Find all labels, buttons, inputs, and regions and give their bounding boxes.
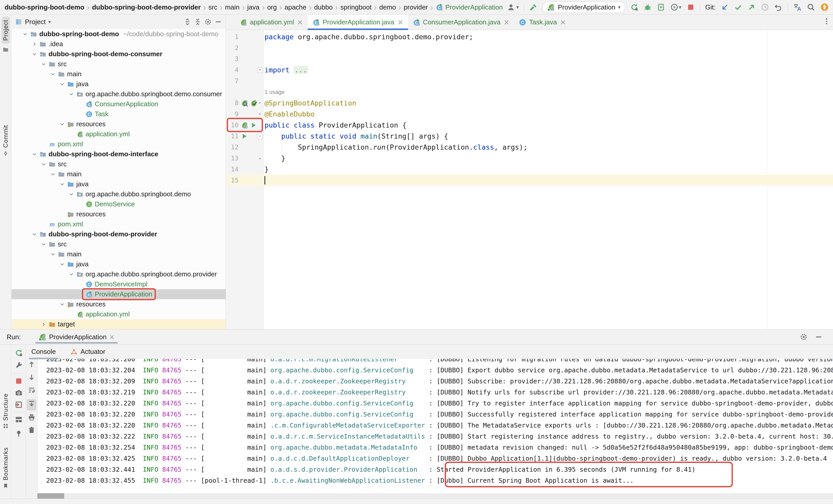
clear-console-button[interactable]	[28, 426, 35, 436]
breadcrumb-item[interactable]: dubbo	[314, 3, 333, 11]
line-number: 7	[226, 75, 239, 86]
close-icon[interactable]: ×	[503, 18, 509, 26]
breadcrumb-item[interactable]: dubbo-spring-boot-demo	[5, 3, 84, 11]
stripe-tab-project[interactable]: Project	[0, 17, 11, 53]
code-editor[interactable]: 1package org.apache.dubbo.springboot.dem…	[226, 30, 833, 329]
breadcrumb-item[interactable]: src	[209, 3, 217, 11]
layout-button[interactable]	[15, 415, 23, 426]
tree-item-task[interactable]: CTask	[11, 109, 226, 119]
stop-console-button[interactable]	[15, 377, 23, 387]
next-occurrence-button[interactable]	[28, 373, 35, 383]
breadcrumb-item[interactable]: dubbo-spring-boot-demo-provider	[92, 3, 200, 11]
tree-item-dubbo-spring-boot-demo-interface[interactable]: dubbo-spring-boot-demo-interface	[11, 149, 226, 159]
editor-tab-application-yml[interactable]: application.yml×	[235, 15, 308, 30]
chevron-down-icon	[41, 161, 47, 167]
tree-item--idea[interactable]: .idea	[11, 39, 226, 49]
tree-item-consumerapplication[interactable]: CConsumerApplication	[11, 99, 226, 109]
console-gutter-toolbar	[26, 345, 38, 504]
editor-tab-task-java[interactable]: CTask.java×	[514, 15, 571, 30]
scroll-to-end-button[interactable]	[27, 399, 37, 410]
tree-item-dubbo-spring-boot-demo-consumer[interactable]: dubbo-spring-boot-demo-consumer	[11, 49, 226, 59]
run-settings-button[interactable]	[15, 361, 23, 372]
tree-item-application-yml[interactable]: application.yml	[11, 309, 226, 319]
stripe-tab-structure[interactable]: Structure	[0, 394, 11, 429]
code-line[interactable]: }	[264, 164, 268, 175]
tree-item-src[interactable]: src	[11, 239, 226, 249]
tree-item-label: main	[67, 250, 81, 258]
history-icon	[761, 3, 769, 11]
fold-collapse-icon[interactable]: −	[257, 133, 263, 139]
code-line[interactable]: import ...	[264, 65, 308, 75]
tree-item-src[interactable]: src	[11, 59, 226, 69]
run-configuration-select[interactable]: ProviderApplication ▾	[543, 2, 625, 13]
code-line[interactable]: SpringApplication.run(ProviderApplicatio…	[264, 142, 527, 153]
tree-item-resources[interactable]: resources	[11, 299, 226, 309]
tree-item-main[interactable]: main	[11, 249, 226, 259]
tree-item-target[interactable]: target	[11, 319, 226, 329]
tree-item-src[interactable]: src	[11, 159, 226, 169]
close-icon[interactable]: ×	[109, 333, 115, 341]
code-line[interactable]: @SpringBootApplication	[264, 98, 356, 108]
close-icon[interactable]: ×	[397, 18, 403, 26]
tree-item-application-yml[interactable]: application.yml	[11, 129, 226, 139]
tree-item-providerapplication[interactable]: CProviderApplication	[11, 289, 226, 299]
console-tab-console[interactable]: Console	[30, 346, 57, 357]
tree-item-dubbo-spring-boot-demo[interactable]: dubbo-spring-boot-demo~/code/dubbo-sprin…	[11, 29, 226, 39]
close-icon[interactable]: ×	[560, 18, 566, 26]
console-hscrollbar[interactable]	[38, 493, 833, 499]
tree-item-org-apache-dubbo-springboot-demo[interactable]: org.apache.dubbo.springboot.demo	[11, 189, 226, 199]
tree-item-demoserviceimpl[interactable]: CDemoServiceImpl	[11, 279, 226, 289]
soft-wrap-button[interactable]	[28, 386, 35, 396]
breadcrumb-item[interactable]: org	[267, 3, 277, 11]
code-line[interactable]: package org.apache.dubbo.springboot.demo…	[264, 31, 473, 42]
user-menu-button[interactable]: ▾	[507, 3, 519, 11]
tree-item-org-apache-dubbo-springboot-demo-consumer[interactable]: org.apache.dubbo.springboot.demo.consume…	[11, 89, 226, 99]
tree-item-java[interactable]: java	[11, 259, 226, 269]
code-line[interactable]: @EnableDubbo	[264, 108, 314, 120]
tree-item-java[interactable]: java	[11, 79, 226, 89]
code-line[interactable]: public static void main(String[] args) {	[264, 131, 448, 142]
exit-button[interactable]	[15, 401, 23, 410]
tree-item-pom-xml[interactable]: mpom.xml	[11, 219, 226, 229]
scrollbar-thumb[interactable]	[38, 493, 64, 499]
editor-tab-consumerapplication-java[interactable]: CConsumerApplication.java×	[408, 15, 514, 30]
stripe-tab-commit[interactable]: Commit	[0, 125, 11, 156]
breadcrumb-item[interactable]: demo	[379, 3, 396, 11]
breadcrumb-item[interactable]: main	[225, 3, 239, 11]
fold-expand-icon[interactable]: +	[257, 67, 263, 73]
usage-hint[interactable]: 1 usage	[264, 86, 285, 98]
line-number: 8	[226, 98, 239, 108]
breadcrumb-item[interactable]: springboot	[340, 3, 372, 11]
pkg-icon	[76, 91, 84, 98]
rerun-button[interactable]	[15, 349, 23, 359]
console-tab-actuator[interactable]: Actuator	[69, 346, 107, 357]
tree-item-pom-xml[interactable]: mpom.xml	[11, 139, 226, 149]
gutter-icons[interactable]	[241, 131, 248, 142]
close-icon[interactable]: ×	[297, 18, 303, 26]
prev-occurrence-button[interactable]	[28, 360, 35, 370]
tree-item-org-apache-dubbo-springboot-demo-provider[interactable]: org.apache.dubbo.springboot.demo.provide…	[11, 269, 226, 279]
breadcrumb-item[interactable]: java	[247, 3, 260, 11]
thread-dump-button[interactable]	[15, 389, 23, 399]
tree-item-dubbo-spring-boot-demo-provider[interactable]: dubbo-spring-boot-demo-provider	[11, 229, 226, 239]
stripe-tab-bookmarks[interactable]: Bookmarks	[0, 447, 11, 488]
tree-item-resources[interactable]: resources	[11, 119, 226, 129]
pin-button[interactable]	[15, 429, 23, 439]
code-line[interactable]: public class ProviderApplication {	[264, 120, 406, 131]
print-button[interactable]	[28, 413, 35, 423]
gutter-icons[interactable]	[241, 98, 258, 108]
code-line[interactable]: }	[264, 153, 285, 164]
tree-item-demoservice[interactable]: IDemoService	[11, 199, 226, 209]
profiler-button[interactable]: ▾	[670, 3, 682, 11]
tree-item-main[interactable]: main	[11, 69, 226, 79]
tree-item-main[interactable]: main	[11, 169, 226, 179]
project-panel-title[interactable]: Project	[25, 18, 46, 26]
tabs-more-button[interactable]	[823, 18, 830, 27]
run-tab[interactable]: ProviderApplication ×	[35, 329, 118, 344]
editor-tab-providerapplication-java[interactable]: CProviderApplication.java×	[308, 15, 408, 30]
tree-item-java[interactable]: java	[11, 179, 226, 189]
breadcrumb-item[interactable]: CProviderApplication	[435, 3, 503, 11]
tree-item-resources[interactable]: resources	[11, 209, 226, 219]
breadcrumb-item[interactable]: provider	[404, 3, 428, 11]
breadcrumb-item[interactable]: apache	[285, 3, 306, 11]
